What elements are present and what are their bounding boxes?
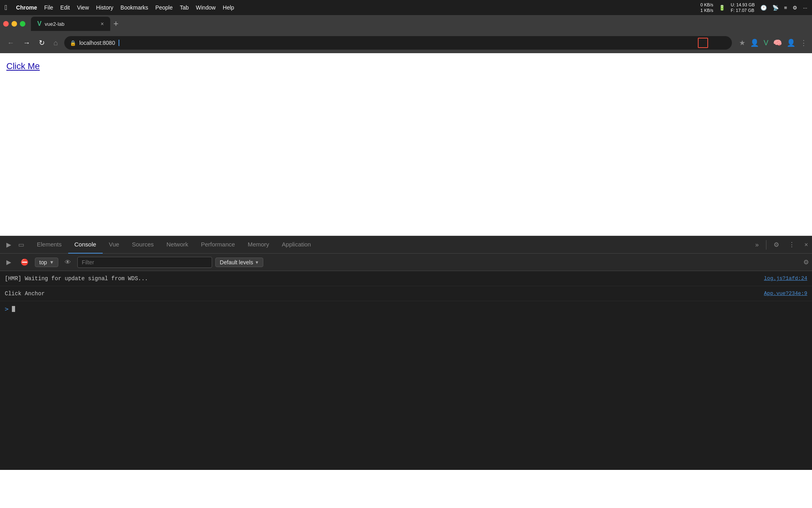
console-row-hmr-source[interactable]: log.js?1afd:24 (764, 275, 807, 281)
new-tab-button[interactable]: + (113, 19, 119, 29)
devtools-console-toolbar: ▶ ⛔ top ▼ 👁 Default levels ▼ ⚙ (0, 254, 812, 271)
tab-network[interactable]: Network (160, 236, 195, 254)
tab-performance[interactable]: Performance (195, 236, 241, 254)
airdrop-icon: 📡 (772, 5, 779, 11)
extensions-icon[interactable]: 🧠 (773, 38, 782, 47)
menubar-right: 0 KB/s 1 KB/s 🔋 U: 14.93 GB F: 17.07 GB … (701, 2, 807, 13)
traffic-light-close[interactable] (3, 21, 9, 27)
devtools-tool-icons: ▶ ▭ (3, 239, 27, 251)
tab-vue[interactable]: Vue (103, 236, 126, 254)
menubar-window[interactable]: Window (196, 4, 216, 11)
console-row-hmr: [HMR] Waiting for update signal from WDS… (0, 271, 812, 286)
tab-memory[interactable]: Memory (241, 236, 276, 254)
menubar-app[interactable]: Chrome (16, 4, 37, 11)
levels-dropdown-icon: ▼ (255, 260, 259, 265)
device-toggle-icon[interactable]: ▭ (15, 239, 27, 251)
network-status: 0 KB/s 1 KB/s (701, 2, 713, 13)
storage-status: U: 14.93 GB F: 17.07 GB (731, 2, 755, 13)
click-me-link[interactable]: Click Me (6, 61, 40, 71)
console-output: [HMR] Waiting for update signal from WDS… (0, 271, 812, 470)
avatar-icon[interactable]: 👤 (787, 38, 795, 47)
menubar-history[interactable]: History (96, 4, 113, 11)
console-cursor (12, 306, 15, 312)
apple-menu[interactable]:  (5, 4, 8, 12)
home-button[interactable]: ⌂ (51, 37, 60, 49)
profile-icon[interactable]: 👤 (750, 38, 759, 47)
tab-sources[interactable]: Sources (126, 236, 160, 254)
tab-elements[interactable]: Elements (31, 236, 68, 254)
console-row-click-text: Click Anchor (5, 291, 45, 297)
vertical-separator (766, 240, 766, 250)
tab-application[interactable]: Application (276, 236, 317, 254)
levels-label: Default levels (220, 259, 253, 266)
element-selector-icon[interactable]: ▶ (3, 239, 14, 251)
devtools-tab-bar: ▶ ▭ Elements Console Vue Sources Network… (0, 236, 812, 254)
devtools-more-icon[interactable]: ⋮ (785, 239, 799, 251)
console-prompt-icon: > (5, 305, 9, 313)
devtools-settings-icon[interactable]: ⚙ (770, 239, 783, 251)
menubar-tab[interactable]: Tab (180, 4, 189, 11)
battery-icon: 🔋 (719, 5, 725, 11)
address-bar: ← → ↻ ⌂ 🔒 localhost:8080 ★ 👤 V 🧠 👤 ⋮ (0, 33, 812, 53)
menubar-view[interactable]: View (77, 4, 89, 11)
page-content: Click Me (0, 53, 812, 236)
devtools-tabs-right: » ⚙ ⋮ × (751, 239, 812, 251)
url-text: localhost:8080 (79, 40, 115, 46)
tab-close-button[interactable]: × (101, 21, 104, 27)
console-row-click-source[interactable]: App.vue?234e:9 (764, 291, 807, 296)
menubar-people[interactable]: People (155, 4, 173, 11)
chrome-frame: V vue2-lab × + ← → ↻ ⌂ 🔒 localhost:8080 … (0, 15, 812, 53)
more-icon[interactable]: ··· (803, 5, 807, 11)
vue-devtools-icon[interactable]: V (764, 39, 768, 47)
console-row-click: Click Anchor App.vue?234e:9 (0, 286, 812, 301)
traffic-lights (3, 21, 25, 27)
menubar-edit[interactable]: Edit (60, 4, 70, 11)
more-tabs-icon[interactable]: » (751, 239, 763, 251)
levels-selector[interactable]: Default levels ▼ (215, 258, 263, 267)
secure-icon: 🔒 (70, 40, 76, 46)
context-selector[interactable]: top ▼ (35, 258, 58, 267)
chrome-menu-icon[interactable]: ⋮ (800, 38, 807, 47)
back-button[interactable]: ← (5, 37, 17, 49)
console-row-hmr-text: [HMR] Waiting for update signal from WDS… (5, 275, 148, 282)
devtools-panel: ▶ ▭ Elements Console Vue Sources Network… (0, 236, 812, 470)
forward-button[interactable]: → (21, 37, 33, 49)
traffic-light-fullscreen[interactable] (20, 21, 25, 27)
console-block-icon[interactable]: ⛔ (17, 257, 32, 267)
tab-bar: V vue2-lab × + (0, 15, 812, 33)
address-input[interactable]: 🔒 localhost:8080 (64, 36, 732, 50)
control-center-icon: ≡ (784, 5, 787, 11)
devtools-close-icon[interactable]: × (801, 239, 812, 251)
traffic-light-minimize[interactable] (11, 21, 17, 27)
vue-logo-icon: V (37, 20, 42, 27)
context-dropdown-icon: ▼ (49, 260, 54, 265)
browser-toolbar-right: ★ 👤 V 🧠 👤 ⋮ (739, 38, 807, 47)
reload-button[interactable]: ↻ (36, 37, 47, 49)
address-cursor (119, 40, 119, 46)
devtools-toolbar-right: ⚙ (803, 258, 809, 266)
tab-vue2-lab[interactable]: V vue2-lab × (31, 17, 110, 31)
console-settings-icon[interactable]: ⚙ (803, 259, 809, 266)
console-input-row[interactable]: > (0, 301, 812, 316)
menubar-bookmarks[interactable]: Bookmarks (121, 4, 148, 11)
menubar:  Chrome File Edit View History Bookmark… (0, 0, 812, 15)
console-clear-icon[interactable]: ▶ (3, 257, 14, 267)
address-highlight-box (698, 38, 708, 48)
tab-title: vue2-lab (45, 21, 65, 27)
menubar-help[interactable]: Help (223, 4, 234, 11)
tab-console[interactable]: Console (68, 236, 103, 254)
eye-icon[interactable]: 👁 (61, 257, 74, 267)
clock-icon: 🕐 (760, 5, 767, 11)
extension-icon: ⚙ (793, 5, 797, 11)
console-filter-input[interactable] (77, 257, 212, 268)
context-label: top (39, 259, 47, 266)
menubar-file[interactable]: File (44, 4, 53, 11)
bookmark-star-icon[interactable]: ★ (739, 38, 745, 47)
